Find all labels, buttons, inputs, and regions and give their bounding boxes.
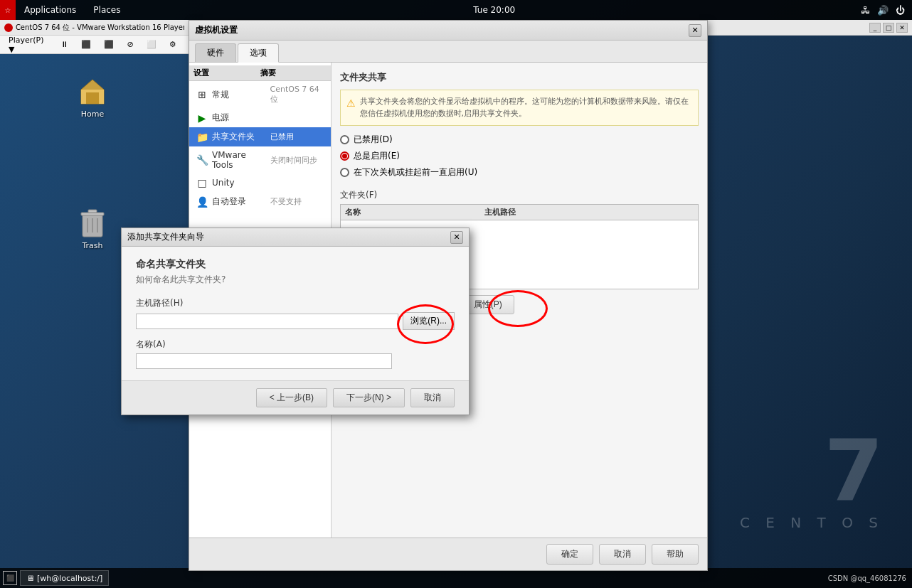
- svg-rect-2: [86, 92, 99, 104]
- host-path-input[interactable]: [136, 314, 398, 329]
- vm-settings-titlebar: 虚拟机设置 ✕: [189, 21, 707, 41]
- vmware-minimize-btn[interactable]: _: [869, 23, 881, 33]
- home-icon[interactable]: Home: [64, 71, 121, 122]
- vmware-logo-icon: [4, 23, 13, 32]
- home-label: Home: [81, 109, 104, 119]
- vm-snap2[interactable]: ⬛: [98, 38, 120, 50]
- vm-fullscreen[interactable]: ⬜: [141, 38, 162, 50]
- autologin-summary: 不受支持: [270, 196, 324, 207]
- radio-until-poweroff-input[interactable]: [340, 168, 349, 177]
- name-input[interactable]: [136, 353, 392, 369]
- settings-help-btn[interactable]: 帮助: [652, 544, 699, 565]
- taskbar-terminal[interactable]: 🖥 [wh@localhost:/]: [20, 570, 109, 586]
- autologin-icon: 👤: [196, 196, 208, 208]
- shared-summary: 已禁用: [270, 132, 324, 142]
- col-name: 名称: [345, 207, 484, 218]
- pause-btn[interactable]: ⏸: [55, 38, 74, 50]
- wizard-title: 添加共享文件夹向导: [127, 231, 204, 243]
- radio-disabled-input[interactable]: [340, 135, 349, 144]
- radio-always-label: 总是启用(E): [354, 150, 400, 162]
- folder-section-label: 文件夹(F): [340, 189, 699, 201]
- trash-can-icon: [75, 205, 110, 240]
- settings-list-header: 设置 摘要: [189, 65, 331, 81]
- folder-table-header: 名称 主机路径: [341, 205, 698, 220]
- col-setting: 设置: [193, 68, 260, 78]
- browse-btn[interactable]: 浏览(R)...: [403, 312, 455, 330]
- taskbar-terminal-label: [wh@localhost:/]: [37, 574, 102, 583]
- radio-always-input[interactable]: [340, 151, 349, 161]
- settings-item-general[interactable]: ⊞ 常规 CentOS 7 64 位: [189, 81, 331, 108]
- vmware-title-text: CentOS 7 64 位 - VMware Workstation 16 Pl…: [16, 23, 184, 33]
- tab-options[interactable]: 选项: [238, 43, 279, 63]
- settings-item-shared[interactable]: 📁 共享文件夹 已禁用: [189, 127, 331, 146]
- svg-rect-4: [81, 213, 104, 215]
- topbar: ☆ Applications Places Tue 20:00 🖧 🔊 ⏻: [0, 0, 912, 20]
- vm-settings-icon[interactable]: ⚙: [164, 38, 182, 50]
- wizard-cancel-btn[interactable]: 取消: [410, 388, 455, 407]
- wizard-dialog: 添加共享文件夹向导 ✕ 命名共享文件夹 如何命名此共享文件夹? 主机路径(H) …: [121, 228, 470, 415]
- centos-7-number: 7: [740, 429, 884, 514]
- trash-label: Trash: [82, 241, 102, 250]
- name-label: 名称(A): [136, 338, 455, 351]
- centos-text: C E N T O S: [740, 514, 884, 531]
- tab-hardware[interactable]: 硬件: [195, 43, 236, 62]
- wizard-step-title: 命名共享文件夹: [136, 258, 455, 271]
- power-icon-list: ▶: [196, 112, 208, 124]
- radio-disabled[interactable]: 已禁用(D): [340, 132, 699, 148]
- sound-icon[interactable]: 🔊: [876, 4, 890, 17]
- wizard-body: 命名共享文件夹 如何命名此共享文件夹? 主机路径(H) 浏览(R)... 名称(…: [122, 247, 469, 380]
- unity-label: Unity: [212, 178, 266, 188]
- radio-until-poweroff[interactable]: 在下次关机或挂起前一直启用(U): [340, 164, 699, 181]
- radio-group: 已禁用(D) 总是启用(E) 在下次关机或挂起前一直启用(U): [340, 132, 699, 181]
- radio-disabled-label: 已禁用(D): [354, 134, 393, 146]
- taskbar: ⬛ 🖥 [wh@localhost:/] CSDN @qq_46081276: [0, 568, 912, 588]
- vmware-titlebar-left: CentOS 7 64 位 - VMware Workstation 16 Pl…: [0, 20, 189, 36]
- general-summary: CentOS 7 64 位: [270, 85, 324, 105]
- vmtools-icon: 🔧: [196, 154, 208, 166]
- vmtools-label: VMware Tools: [212, 150, 266, 170]
- vmtools-summary: 关闭时间同步: [270, 155, 324, 166]
- applications-menu[interactable]: Applications: [16, 0, 85, 20]
- wizard-footer: < 上一步(B) 下一步(N) > 取消: [122, 380, 469, 415]
- places-menu[interactable]: Places: [85, 0, 129, 20]
- shared-label: 共享文件夹: [212, 131, 266, 143]
- settings-ok-btn[interactable]: 确定: [546, 544, 593, 565]
- svg-rect-5: [88, 210, 97, 213]
- unity-icon: □: [196, 177, 208, 188]
- settings-item-vmtools[interactable]: 🔧 VMware Tools 关闭时间同步: [189, 146, 331, 173]
- vm-snap1[interactable]: ⬛: [75, 38, 97, 50]
- wizard-close-btn[interactable]: ✕: [450, 231, 463, 244]
- general-label: 常规: [212, 89, 266, 101]
- next-btn[interactable]: 下一步(N) >: [333, 388, 405, 407]
- folder-sharing-title: 文件夹共享: [340, 71, 699, 84]
- back-btn[interactable]: < 上一步(B): [256, 388, 327, 407]
- csdn-label: CSDN @qq_46081276: [828, 574, 909, 582]
- host-path-row: 浏览(R)...: [136, 312, 455, 330]
- warning-text: 共享文件夹会将您的文件显示给虚拟机中的程序。这可能为您的计算机和数据带来风险。请…: [360, 96, 692, 119]
- settings-cancel-btn[interactable]: 取消: [599, 544, 646, 565]
- vm-stop[interactable]: ⊘: [121, 38, 139, 50]
- warning-icon: ⚠: [346, 96, 356, 119]
- settings-item-autologin[interactable]: 👤 自动登录 不受支持: [189, 192, 331, 211]
- folder-sharing-section: 文件夹共享 ⚠ 共享文件夹会将您的文件显示给虚拟机中的程序。这可能为您的计算机和…: [340, 71, 699, 181]
- trash-icon[interactable]: Trash: [64, 203, 121, 253]
- radio-always[interactable]: 总是启用(E): [340, 148, 699, 164]
- name-row: [136, 353, 455, 369]
- wizard-step-subtitle: 如何命名此共享文件夹?: [136, 274, 455, 286]
- autologin-label: 自动登录: [212, 196, 266, 208]
- settings-item-power[interactable]: ▶ 电源: [189, 108, 331, 127]
- network-icon[interactable]: 🖧: [859, 4, 871, 17]
- vm-settings-close[interactable]: ✕: [689, 24, 701, 37]
- general-icon: ⊞: [196, 89, 208, 100]
- dialog-tabs: 硬件 选项: [189, 41, 707, 63]
- topbar-logo: ☆: [0, 0, 16, 20]
- settings-item-unity[interactable]: □ Unity: [189, 173, 331, 192]
- player-menu[interactable]: Player(P) ▼: [3, 34, 49, 55]
- taskbar-screen-icon[interactable]: ⬛: [3, 571, 17, 585]
- taskbar-left: ⬛ 🖥 [wh@localhost:/]: [3, 570, 109, 586]
- vmware-close-btn[interactable]: ✕: [896, 23, 908, 33]
- power-label: 电源: [212, 112, 266, 124]
- power-icon[interactable]: ⏻: [894, 4, 906, 17]
- vmware-maximize-btn[interactable]: □: [883, 23, 894, 33]
- col-host-path: 主机路径: [484, 207, 694, 218]
